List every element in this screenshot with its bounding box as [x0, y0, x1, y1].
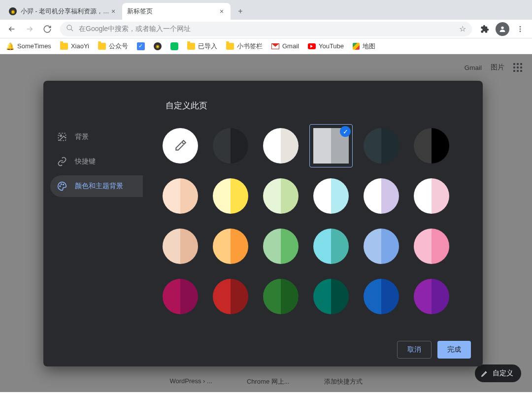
tab-title: 小羿 - 老司机分享福利资源，快捷 [21, 7, 109, 16]
color-swatch[interactable] [213, 279, 248, 314]
search-icon [66, 24, 74, 34]
sidebar-item-label: 颜色和主题背景 [75, 182, 123, 191]
omnibox-placeholder: 在Google中搜索，或者输入一个网址 [79, 25, 191, 33]
tab-close-icon[interactable]: × [218, 7, 226, 15]
color-grid: ✓ [163, 128, 473, 314]
back-button[interactable] [4, 21, 20, 37]
map-icon [353, 43, 360, 50]
color-swatch[interactable] [263, 279, 299, 314]
palette-icon [57, 181, 67, 191]
bookmark-item[interactable]: ◉ [154, 42, 162, 50]
bookmark-item[interactable]: 公众号 [98, 42, 128, 51]
gmail-icon [271, 43, 279, 49]
color-swatch[interactable] [313, 229, 349, 264]
bookmark-label: XiaoYi [71, 42, 89, 50]
tab-close-icon[interactable]: × [109, 7, 117, 15]
bookmark-item[interactable]: XiaoYi [60, 42, 89, 50]
sidebar-item-color-theme[interactable]: 颜色和主题背景 [50, 175, 143, 197]
bookmark-item[interactable] [170, 42, 178, 50]
color-swatch[interactable] [213, 128, 248, 164]
color-swatch[interactable] [364, 128, 399, 164]
bookmark-item[interactable]: 地图 [353, 42, 375, 51]
bookmark-label: 小书签栏 [237, 42, 263, 51]
color-swatch[interactable] [313, 279, 349, 314]
new-tab-page: Gmail 图片 WordPress › ... Chrome 网上... 添加… [0, 54, 532, 392]
folder-icon [187, 43, 195, 50]
svg-point-6 [501, 26, 503, 29]
checkmark-icon: ✓ [340, 126, 351, 137]
wechat-icon [170, 42, 178, 50]
youtube-icon [308, 43, 316, 49]
color-swatch[interactable] [213, 178, 248, 214]
color-swatch[interactable] [364, 178, 399, 214]
tab-active[interactable]: 新标签页 × [122, 3, 231, 20]
eyedropper-icon [174, 139, 187, 152]
sidebar-item-background[interactable]: 背景 [50, 126, 143, 148]
color-swatch[interactable] [414, 178, 449, 214]
folder-icon [226, 43, 234, 50]
sidebar-item-label: 背景 [75, 132, 89, 141]
forward-button[interactable] [22, 21, 37, 37]
new-tab-button[interactable]: + [233, 4, 247, 18]
folder-icon [98, 43, 106, 50]
svg-line-5 [71, 29, 73, 31]
color-swatch[interactable] [263, 178, 299, 214]
color-picker-swatch[interactable] [163, 128, 198, 164]
color-swatch[interactable] [163, 178, 198, 214]
color-swatch[interactable] [414, 279, 449, 314]
svg-point-7 [520, 26, 521, 28]
svg-point-13 [61, 184, 62, 185]
tab-favicon: ◉ [9, 7, 17, 15]
color-swatch[interactable] [163, 279, 198, 314]
customize-button[interactable]: 自定义 [475, 364, 521, 382]
cancel-button-label: 取消 [407, 345, 421, 354]
svg-point-8 [520, 28, 521, 30]
pencil-icon [481, 369, 489, 377]
sidebar-item-shortcuts[interactable]: 快捷键 [50, 151, 143, 172]
bookmark-item[interactable]: ✓ [137, 42, 145, 50]
color-swatch[interactable] [213, 229, 248, 264]
color-swatch[interactable] [163, 229, 198, 264]
bookmark-label: SomeTimes [17, 42, 51, 50]
link-icon [57, 157, 67, 166]
tab-strip: ◉ 小羿 - 老司机分享福利资源，快捷 × 新标签页 × + [0, 0, 532, 20]
bookmark-label: 地图 [363, 42, 375, 51]
color-swatch[interactable] [313, 178, 349, 214]
bookmark-label: 已导入 [198, 42, 217, 51]
bookmark-item[interactable]: 小书签栏 [226, 42, 263, 51]
color-swatch[interactable] [263, 128, 299, 164]
dialog-sidebar: 背景 快捷键 颜色和主题背景 [43, 81, 148, 333]
color-swatch[interactable] [263, 229, 299, 264]
cancel-button[interactable]: 取消 [397, 341, 432, 359]
bookmark-item[interactable]: 已导入 [187, 42, 217, 51]
toolbar: 在Google中搜索，或者输入一个网址 ☆ [0, 20, 532, 38]
dialog-footer: 取消 完成 [43, 333, 483, 366]
bookmark-label: YouTube [319, 42, 344, 50]
face-icon: ◉ [154, 42, 162, 50]
customize-button-label: 自定义 [493, 369, 513, 378]
color-swatch[interactable] [414, 229, 449, 264]
color-swatch[interactable] [364, 279, 399, 314]
customize-dialog: 背景 快捷键 颜色和主题背景 自定义此页 ✓ 取消 完成 [43, 81, 483, 366]
svg-point-11 [60, 135, 62, 136]
done-button[interactable]: 完成 [437, 341, 471, 359]
color-swatch[interactable] [364, 229, 399, 264]
svg-point-4 [67, 25, 71, 30]
bookmark-item[interactable]: Gmail [271, 42, 299, 50]
sidebar-item-label: 快捷键 [75, 157, 96, 166]
done-button-label: 完成 [447, 345, 461, 354]
color-swatch[interactable]: ✓ [313, 128, 349, 164]
bookmark-star-icon[interactable]: ☆ [459, 24, 466, 33]
svg-point-12 [60, 186, 61, 187]
svg-point-9 [520, 31, 521, 32]
color-swatch[interactable] [414, 128, 449, 164]
bookmark-item[interactable]: 🔔SomeTimes [6, 42, 51, 50]
bookmark-item[interactable]: YouTube [308, 42, 344, 50]
tab-inactive[interactable]: ◉ 小羿 - 老司机分享福利资源，快捷 × [4, 3, 122, 20]
reload-button[interactable] [39, 21, 55, 37]
bell-icon: 🔔 [6, 42, 14, 50]
omnibox[interactable]: 在Google中搜索，或者输入一个网址 ☆ [60, 22, 472, 36]
image-icon [57, 132, 67, 142]
bookmark-label: 公众号 [109, 42, 128, 51]
tab-title: 新标签页 [127, 7, 218, 16]
